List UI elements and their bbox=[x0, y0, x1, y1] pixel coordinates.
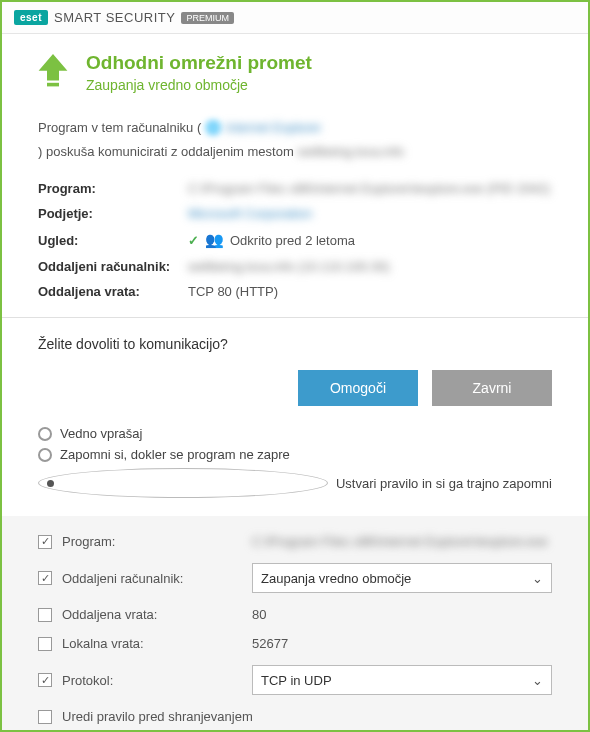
radio-icon bbox=[38, 468, 328, 498]
checkbox-protocol[interactable] bbox=[38, 673, 52, 687]
reputation-value: Odkrito pred 2 letoma bbox=[230, 233, 355, 248]
rule-edit-label: Uredi pravilo pred shranjevanjem bbox=[62, 709, 253, 724]
header-subtitle: Zaupanja vredno območje bbox=[86, 77, 312, 93]
company-value[interactable]: Microsoft Corporation bbox=[188, 206, 312, 221]
description: Program v tem računalniku ( 🌐 Internet E… bbox=[38, 118, 552, 161]
svg-rect-0 bbox=[47, 83, 59, 87]
desc-post: ) poskuša komunicirati z oddaljenim mest… bbox=[38, 142, 294, 162]
radio-label: Vedno vprašaj bbox=[60, 426, 142, 441]
radio-label: Ustvari pravilo in si ga trajno zapomni bbox=[336, 476, 552, 491]
checkbox-edit-rule[interactable] bbox=[38, 710, 52, 724]
radio-remember-until-close[interactable]: Zapomni si, dokler se program ne zapre bbox=[38, 447, 552, 462]
select-value: Zaupanja vredno območje bbox=[261, 571, 411, 586]
check-icon: ✓ bbox=[188, 233, 199, 248]
reputation-label: Ugled: bbox=[38, 233, 188, 248]
desc-app: Internet Explorer bbox=[225, 118, 321, 138]
outbound-arrow-icon bbox=[38, 54, 72, 94]
checkbox-remote[interactable] bbox=[38, 571, 52, 585]
chevron-down-icon: ⌄ bbox=[532, 673, 543, 688]
desc-tail: wellbeing.loca.info bbox=[298, 142, 404, 162]
rule-proto-select[interactable]: TCP in UDP ⌄ bbox=[252, 665, 552, 695]
allow-button[interactable]: Omogoči bbox=[298, 370, 418, 406]
remote-port-value: TCP 80 (HTTP) bbox=[188, 284, 278, 299]
program-value: C:\Program Files x86\Internet Explorer\i… bbox=[188, 181, 550, 196]
radio-icon bbox=[38, 448, 52, 462]
info-fields: Program: C:\Program Files x86\Internet E… bbox=[38, 181, 552, 299]
rule-panel: Program: C:\Program Files x86\Internet E… bbox=[2, 516, 588, 732]
ask-prompt: Želite dovoliti to komunikacijo? bbox=[38, 336, 552, 352]
rule-remote-select[interactable]: Zaupanja vredno območje ⌄ bbox=[252, 563, 552, 593]
rule-program-value: C:\Program Files x86\Internet Explorer\i… bbox=[252, 534, 548, 549]
rule-program-label: Program: bbox=[62, 534, 242, 549]
chevron-down-icon: ⌄ bbox=[532, 571, 543, 586]
product-name: SMART SECURITY bbox=[54, 10, 175, 25]
rule-lport-value: 52677 bbox=[252, 636, 552, 651]
rule-rport-value: 80 bbox=[252, 607, 552, 622]
select-value: TCP in UDP bbox=[261, 673, 332, 688]
divider bbox=[2, 317, 588, 318]
radio-always-ask[interactable]: Vedno vprašaj bbox=[38, 426, 552, 441]
rule-rport-label: Oddaljena vrata: bbox=[62, 607, 242, 622]
header-title: Odhodni omrežni promet bbox=[86, 52, 312, 75]
remote-value: wellbeing.loca.info (10.110.100.30) bbox=[188, 259, 390, 274]
deny-button[interactable]: Zavrni bbox=[432, 370, 552, 406]
desc-pre: Program v tem računalniku ( bbox=[38, 118, 201, 138]
checkbox-local-port[interactable] bbox=[38, 637, 52, 651]
rule-proto-label: Protokol: bbox=[62, 673, 242, 688]
remote-label: Oddaljeni računalnik: bbox=[38, 259, 188, 274]
brand-badge: eset bbox=[14, 10, 48, 25]
content: Odhodni omrežni promet Zaupanja vredno o… bbox=[2, 34, 588, 732]
globe-icon: 🌐 bbox=[205, 118, 221, 138]
program-label: Program: bbox=[38, 181, 188, 196]
edition-badge: PREMIUM bbox=[181, 12, 234, 24]
rule-lport-label: Lokalna vrata: bbox=[62, 636, 242, 651]
rule-remote-label: Oddaljeni računalnik: bbox=[62, 571, 242, 586]
remote-port-label: Oddaljena vrata: bbox=[38, 284, 188, 299]
radio-group: Vedno vprašaj Zapomni si, dokler se prog… bbox=[38, 426, 552, 498]
people-icon: 👥 bbox=[205, 231, 224, 249]
header: Odhodni omrežni promet Zaupanja vredno o… bbox=[38, 52, 552, 94]
radio-label: Zapomni si, dokler se program ne zapre bbox=[60, 447, 290, 462]
titlebar: eset SMART SECURITY PREMIUM bbox=[2, 2, 588, 34]
radio-create-rule[interactable]: Ustvari pravilo in si ga trajno zapomni bbox=[38, 468, 552, 498]
checkbox-program[interactable] bbox=[38, 535, 52, 549]
checkbox-remote-port[interactable] bbox=[38, 608, 52, 622]
radio-icon bbox=[38, 427, 52, 441]
company-label: Podjetje: bbox=[38, 206, 188, 221]
